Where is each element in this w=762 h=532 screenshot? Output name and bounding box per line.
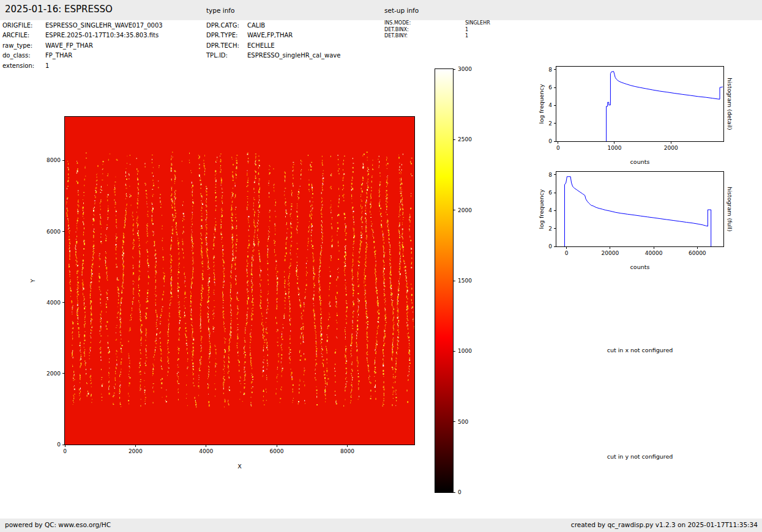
colorbar-tick: [453, 139, 455, 140]
meta-row-dprcatg: DPR.CATG:CALIB: [206, 21, 340, 31]
histogram-detail-side-label: histogram (detail): [727, 78, 733, 130]
histogram-detail-plot: 01000200002468: [556, 66, 724, 142]
page-title: 2025-01-16: ESPRESSO: [5, 4, 113, 15]
meta-label: INS.MODE:: [384, 20, 465, 27]
y-tick-label: 6000: [47, 229, 61, 234]
meta-label: ORIGFILE:: [2, 21, 45, 31]
histogram-full-line: [556, 172, 723, 246]
colorbar-tick: [453, 492, 455, 493]
y-tick-label: 8: [548, 67, 552, 72]
type-info-heading: type info: [206, 7, 235, 14]
meta-label: do_class:: [2, 51, 45, 61]
histogram-full-plot: 020000400006000002468: [556, 171, 724, 247]
raw-image-canvas: [65, 117, 414, 445]
y-tick-label: 0: [57, 442, 61, 448]
meta-value: ESPRESSO_singleHR_cal_wave: [247, 52, 340, 59]
colorbar-tick: [453, 69, 455, 70]
y-tick-label: 0: [548, 244, 552, 249]
y-tick-mark: [62, 302, 65, 303]
meta-value: SINGLEHR: [465, 20, 490, 26]
meta-row-doclass: do_class:FP_THAR: [2, 51, 163, 61]
y-tick-mark: [62, 445, 65, 445]
cut-in-y-note: cut in y not configured: [556, 453, 724, 460]
meta-label: DET.BINY:: [384, 33, 465, 40]
raw-image-plot: 0200040006000800002000400060008000: [64, 116, 415, 445]
histogram-detail-xlabel: counts: [556, 158, 724, 165]
header-bar: 2025-01-16: ESPRESSO type info set-up in…: [0, 0, 762, 20]
meta-row-rawtype: raw_type:WAVE_FP_THAR: [2, 41, 163, 51]
y-tick-mark: [554, 210, 556, 211]
histogram_detail-polyline: [607, 72, 723, 141]
y-tick-label: 4: [548, 103, 552, 108]
x-tick-label: 1000: [608, 146, 622, 151]
y-tick-label: 0: [548, 139, 552, 144]
x-tick-label: 0: [63, 449, 67, 454]
meta-value: WAVE_FP_THAR: [45, 42, 93, 49]
x-tick-label: 0: [556, 146, 560, 151]
colorbar-tick-label: 3000: [458, 67, 472, 72]
meta-row-arcfile: ARCFILE:ESPRE.2025-01-17T10:34:35.803.fi…: [2, 31, 163, 40]
meta-row-detbinx: DET.BINX:1: [384, 27, 490, 34]
x-tick-label: 20000: [602, 251, 619, 256]
x-tick-mark: [277, 445, 277, 447]
meta-row-tplid: TPL.ID:ESPRESSO_singleHR_cal_wave: [206, 51, 340, 61]
colorbar-gradient: [435, 69, 453, 492]
y-tick-mark: [554, 105, 556, 106]
x-tick-label: 2000: [129, 449, 143, 454]
meta-value: ESPRE.2025-01-17T10:34:35.803.fits: [45, 32, 159, 39]
histogram-detail-line: [556, 67, 723, 141]
x-tick-label: 8000: [340, 449, 354, 454]
colorbar-tick: [453, 210, 455, 210]
meta-value: 1: [465, 27, 468, 32]
meta-row-dprtech: DPR.TECH:ECHELLE: [206, 41, 340, 51]
y-tick-label: 8: [548, 172, 552, 177]
meta-row-extension: extension:1: [2, 61, 163, 71]
x-tick-mark: [610, 246, 610, 249]
footer-created-by: created by qc_rawdisp.py v1.2.3 on 2025-…: [571, 521, 758, 528]
setup-info-heading: set-up info: [384, 7, 419, 14]
y-tick-mark: [554, 174, 556, 175]
colorbar-tick-label: 0: [458, 490, 461, 495]
meta-row-detbiny: DET.BINY:1: [384, 33, 490, 40]
type-info-block: DPR.CATG:CALIB DPR.TYPE:WAVE,FP,THAR DPR…: [206, 21, 340, 61]
y-tick-mark: [554, 141, 556, 142]
x-tick-mark: [65, 445, 65, 447]
x-tick-label: 0: [565, 251, 569, 256]
meta-label: ARCFILE:: [2, 31, 45, 40]
meta-row-origfile: ORIGFILE:ESPRESSO_SINGLEHR_WAVE017_0003: [2, 21, 163, 31]
histogram_full-polyline: [565, 177, 711, 246]
histogram-full-side-label: histogram (full): [727, 187, 733, 231]
colorbar-tick: [453, 281, 455, 281]
y-tick-label: 6: [548, 190, 552, 196]
meta-row-insmode: INS.MODE:SINGLEHR: [384, 20, 490, 27]
y-tick-label: 2: [548, 226, 552, 231]
x-tick-label: 60000: [689, 251, 706, 256]
x-tick-mark: [566, 246, 567, 249]
meta-value: ESPRESSO_SINGLEHR_WAVE017_0003: [45, 22, 163, 29]
meta-value: FP_THAR: [45, 52, 72, 59]
raw-image-x-axis-label: X: [64, 463, 415, 470]
colorbar-tick-label: 1500: [458, 278, 472, 284]
colorbar-tick-label: 2500: [458, 137, 472, 142]
histogram-full-xlabel: counts: [556, 264, 724, 270]
y-tick-label: 6: [548, 85, 552, 91]
x-tick-mark: [614, 141, 614, 144]
y-tick-mark: [62, 373, 65, 374]
x-tick-mark: [654, 246, 654, 249]
meta-label: DET.BINX:: [384, 27, 465, 34]
meta-row-dprtype: DPR.TYPE:WAVE,FP,THAR: [206, 31, 340, 40]
y-tick-mark: [554, 246, 556, 247]
colorbar: 050010001500200025003000: [435, 68, 454, 493]
x-tick-label: 2000: [664, 146, 678, 151]
meta-value: CALIB: [247, 22, 265, 29]
meta-label: DPR.CATG:: [206, 21, 247, 31]
y-tick-mark: [554, 228, 556, 229]
meta-label: extension:: [2, 61, 45, 71]
meta-value: ECHELLE: [247, 42, 275, 49]
colorbar-tick: [453, 421, 455, 422]
x-tick-label: 40000: [645, 251, 663, 256]
x-tick-mark: [671, 141, 671, 144]
meta-value: 1: [45, 62, 49, 69]
meta-value: WAVE,FP,THAR: [247, 32, 293, 39]
y-tick-mark: [554, 69, 556, 70]
